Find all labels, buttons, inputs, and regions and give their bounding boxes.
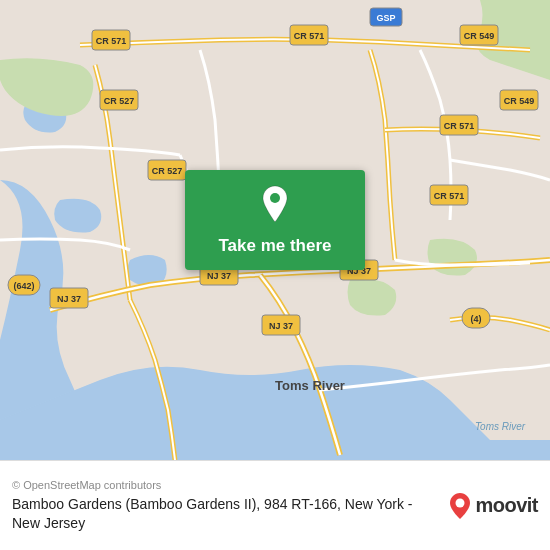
svg-text:Toms River: Toms River [475,421,526,432]
address-text: Bamboo Gardens (Bamboo Gardens II), 984 … [12,495,437,531]
copyright-text: © OpenStreetMap contributors [12,479,437,491]
svg-text:NJ 37: NJ 37 [269,321,293,331]
moovit-logo: moovit [449,492,538,520]
svg-text:NJ 37: NJ 37 [57,294,81,304]
svg-text:(4): (4) [471,314,482,324]
svg-text:NJ 37: NJ 37 [207,271,231,281]
svg-text:CR 549: CR 549 [504,96,535,106]
take-me-there-label: Take me there [218,236,331,256]
map-container: CR 571 CR 571 CR 549 CR 527 CR 527 NJ 37… [0,0,550,460]
button-overlay: Take me there [185,170,365,270]
location-pin-icon [259,184,291,224]
svg-text:GSP: GSP [376,13,395,23]
svg-text:Toms River: Toms River [275,378,345,393]
svg-text:CR 549: CR 549 [464,31,495,41]
svg-text:CR 527: CR 527 [152,166,183,176]
svg-text:CR 571: CR 571 [434,191,465,201]
take-me-there-button[interactable]: Take me there [185,170,365,270]
svg-text:CR 527: CR 527 [104,96,135,106]
address-section: © OpenStreetMap contributors Bamboo Gard… [12,479,437,531]
svg-point-34 [456,498,465,507]
info-bar: © OpenStreetMap contributors Bamboo Gard… [0,460,550,550]
moovit-pin-icon [449,492,471,520]
svg-text:CR 571: CR 571 [96,36,127,46]
svg-text:(642): (642) [13,281,34,291]
moovit-brand-name: moovit [475,494,538,517]
svg-text:CR 571: CR 571 [294,31,325,41]
svg-point-33 [270,193,280,203]
svg-text:CR 571: CR 571 [444,121,475,131]
